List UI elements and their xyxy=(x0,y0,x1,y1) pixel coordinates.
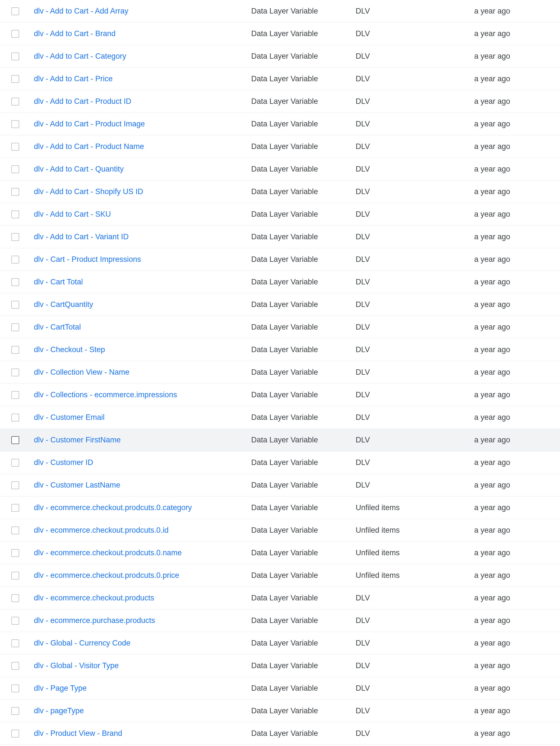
row-checkbox[interactable] xyxy=(11,436,19,444)
table-row[interactable]: dlv - Cart - Product ImpressionsData Lay… xyxy=(0,248,560,271)
row-checkbox[interactable] xyxy=(11,278,19,286)
table-row[interactable]: dlv - Add to Cart - PriceData Layer Vari… xyxy=(0,68,560,90)
table-row[interactable]: dlv - Customer LastNameData Layer Variab… xyxy=(0,474,560,496)
variable-link[interactable]: dlv - Add to Cart - Variant ID xyxy=(34,232,129,241)
table-row[interactable]: dlv - Cart TotalData Layer VariableDLVa … xyxy=(0,271,560,293)
table-row[interactable]: dlv - ecommerce.purchase.productsData La… xyxy=(0,609,560,632)
row-checkbox[interactable] xyxy=(11,572,19,579)
table-row[interactable]: dlv - ecommerce.checkout.prodcuts.0.idDa… xyxy=(0,519,560,542)
table-row[interactable]: dlv - CartTotalData Layer VariableDLVa y… xyxy=(0,316,560,339)
variable-link[interactable]: dlv - Customer LastName xyxy=(34,481,120,489)
table-row[interactable]: dlv - Product View - BrandData Layer Var… xyxy=(0,722,560,745)
variable-link[interactable]: dlv - Add to Cart - Add Array xyxy=(34,7,129,15)
table-row[interactable]: dlv - pageTypeData Layer VariableDLVa ye… xyxy=(0,700,560,722)
variable-link[interactable]: dlv - pageType xyxy=(34,707,84,715)
table-row[interactable]: dlv - Add to Cart - Product NameData Lay… xyxy=(0,136,560,158)
table-row[interactable]: dlv - ecommerce.checkout.prodcuts.0.name… xyxy=(0,542,560,564)
row-checkbox[interactable] xyxy=(11,97,19,106)
table-row[interactable]: dlv - ecommerce.checkout.prodcuts.0.pric… xyxy=(0,564,560,587)
row-checkbox[interactable] xyxy=(11,481,19,489)
table-row[interactable]: dlv - Checkout - StepData Layer Variable… xyxy=(0,339,560,361)
row-checkbox[interactable] xyxy=(11,391,19,399)
variable-link[interactable]: dlv - CartTotal xyxy=(34,323,81,331)
variable-link[interactable]: dlv - Customer ID xyxy=(34,458,93,467)
row-checkbox[interactable] xyxy=(11,53,19,60)
table-row[interactable]: dlv - Customer IDData Layer VariableDLVa… xyxy=(0,452,560,474)
row-checkbox[interactable] xyxy=(11,639,19,647)
row-checkbox[interactable] xyxy=(11,165,19,173)
variable-link[interactable]: dlv - Add to Cart - Brand xyxy=(34,29,116,38)
row-checkbox[interactable] xyxy=(11,369,19,376)
variable-link[interactable]: dlv - Checkout - Step xyxy=(34,345,105,354)
table-row[interactable]: dlv - CartQuantityData Layer VariableDLV… xyxy=(0,293,560,316)
table-row[interactable]: dlv - Add to Cart - QuantityData Layer V… xyxy=(0,158,560,180)
variable-link[interactable]: dlv - Customer FirstName xyxy=(34,436,121,444)
row-checkbox[interactable] xyxy=(11,594,19,602)
folder-cell: DLV xyxy=(356,323,474,332)
variable-link[interactable]: dlv - Collection View - Name xyxy=(34,368,130,376)
table-row[interactable]: dlv - Collection View - NameData Layer V… xyxy=(0,361,560,384)
variable-link[interactable]: dlv - ecommerce.checkout.prodcuts.0.name xyxy=(34,548,182,557)
variable-link[interactable]: dlv - Add to Cart - Shopify US ID xyxy=(34,188,143,196)
table-row[interactable]: dlv - Add to Cart - Add ArrayData Layer … xyxy=(0,0,560,23)
table-row[interactable]: dlv - Add to Cart - BrandData Layer Vari… xyxy=(0,23,560,45)
row-checkbox[interactable] xyxy=(11,143,19,151)
row-checkbox[interactable] xyxy=(11,120,19,128)
table-row[interactable]: dlv - Global - Currency CodeData Layer V… xyxy=(0,632,560,655)
row-checkbox[interactable] xyxy=(11,30,19,38)
variable-link[interactable]: dlv - ecommerce.checkout.products xyxy=(34,594,154,602)
variable-link[interactable]: dlv - Customer Email xyxy=(34,413,105,422)
table-row[interactable]: dlv - Global - Visitor TypeData Layer Va… xyxy=(0,655,560,677)
table-row[interactable]: dlv - Add to Cart - SKUData Layer Variab… xyxy=(0,203,560,226)
variable-link[interactable]: dlv - Add to Cart - Price xyxy=(34,75,113,83)
variable-link[interactable]: dlv - Add to Cart - Product Image xyxy=(34,120,145,128)
row-checkbox[interactable] xyxy=(11,346,19,354)
row-checkbox[interactable] xyxy=(11,256,19,263)
row-checkbox[interactable] xyxy=(11,685,19,692)
variable-link[interactable]: dlv - Cart - Product Impressions xyxy=(34,255,141,263)
variable-link[interactable]: dlv - Page Type xyxy=(34,684,87,692)
table-row[interactable]: dlv - Add to Cart - Variant IDData Layer… xyxy=(0,226,560,248)
variable-link[interactable]: dlv - ecommerce.purchase.products xyxy=(34,616,155,625)
row-checkbox[interactable] xyxy=(11,75,19,83)
row-checkbox[interactable] xyxy=(11,323,19,331)
variable-link[interactable]: dlv - Add to Cart - SKU xyxy=(34,210,111,219)
variable-link[interactable]: dlv - Add to Cart - Product Name xyxy=(34,142,144,151)
row-checkbox[interactable] xyxy=(11,301,19,309)
variable-link[interactable]: dlv - Collections - ecommerce.impression… xyxy=(34,391,177,399)
row-checkbox[interactable] xyxy=(11,662,19,670)
row-checkbox[interactable] xyxy=(11,459,19,467)
variable-link[interactable]: dlv - Global - Visitor Type xyxy=(34,661,119,670)
table-row[interactable]: dlv - ecommerce.checkout.prodcuts.0.cate… xyxy=(0,496,560,519)
variable-link[interactable]: dlv - Add to Cart - Category xyxy=(34,52,126,60)
variable-link[interactable]: dlv - CartQuantity xyxy=(34,300,93,309)
row-checkbox[interactable] xyxy=(11,729,19,738)
table-row[interactable]: dlv - Add to Cart - CategoryData Layer V… xyxy=(0,45,560,68)
variable-link[interactable]: dlv - Product View - Brand xyxy=(34,729,122,738)
table-row[interactable]: dlv - ecommerce.checkout.productsData La… xyxy=(0,587,560,609)
table-row[interactable]: dlv - Page TypeData Layer VariableDLVa y… xyxy=(0,677,560,700)
table-row[interactable]: dlv - Customer FirstNameData Layer Varia… xyxy=(0,429,560,452)
table-row[interactable]: dlv - Add to Cart - Product ImageData La… xyxy=(0,113,560,136)
table-row[interactable]: dlv - Collections - ecommerce.impression… xyxy=(0,384,560,406)
row-checkbox[interactable] xyxy=(11,7,19,15)
variable-link[interactable]: dlv - Add to Cart - Quantity xyxy=(34,165,123,173)
table-row[interactable]: dlv - Customer EmailData Layer VariableD… xyxy=(0,406,560,429)
row-checkbox[interactable] xyxy=(11,526,19,535)
row-checkbox[interactable] xyxy=(11,188,19,196)
variable-link[interactable]: dlv - ecommerce.checkout.prodcuts.0.id xyxy=(34,526,169,535)
table-row[interactable]: dlv - Add to Cart - Shopify US IDData La… xyxy=(0,180,560,203)
variable-link[interactable]: dlv - Add to Cart - Product ID xyxy=(34,97,131,106)
row-checkbox[interactable] xyxy=(11,504,19,512)
variable-link[interactable]: dlv - ecommerce.checkout.prodcuts.0.pric… xyxy=(34,571,179,579)
row-checkbox[interactable] xyxy=(11,210,19,219)
variable-link[interactable]: dlv - Cart Total xyxy=(34,278,83,286)
variable-link[interactable]: dlv - Global - Currency Code xyxy=(34,639,131,647)
row-checkbox[interactable] xyxy=(11,413,19,422)
row-checkbox[interactable] xyxy=(11,233,19,241)
table-row[interactable]: dlv - Add to Cart - Product IDData Layer… xyxy=(0,90,560,113)
row-checkbox[interactable] xyxy=(11,707,19,715)
variable-link[interactable]: dlv - ecommerce.checkout.prodcuts.0.cate… xyxy=(34,504,192,512)
row-checkbox[interactable] xyxy=(11,617,19,625)
row-checkbox[interactable] xyxy=(11,549,19,557)
